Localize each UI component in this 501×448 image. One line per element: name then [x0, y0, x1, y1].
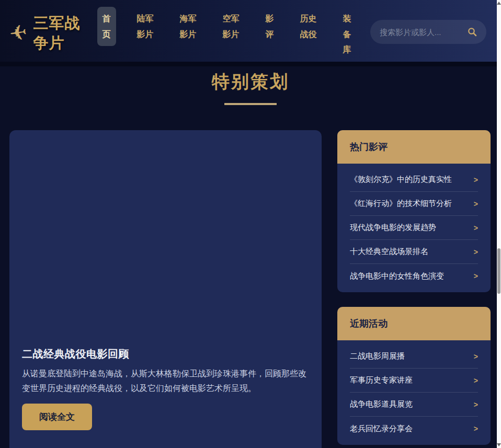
list-item-label: 老兵回忆录分享会	[350, 424, 413, 434]
list-item-label: 《敦刻尔克》中的历史真实性	[350, 175, 452, 185]
nav-item-reviews[interactable]: 影 评	[260, 7, 279, 46]
content-area: 二战经典战役电影回顾 从诺曼底登陆到中途岛海战，从斯大林格勒保卫战到珍珠港事件，…	[0, 105, 501, 448]
recent-events-card: 近期活动 二战电影周展播 > 军事历史专家讲座 > 战争电影道具展览 > 老兵回…	[337, 307, 491, 445]
recent-events-list: 二战电影周展播 > 军事历史专家讲座 > 战争电影道具展览 > 老兵回忆录分享会…	[337, 340, 491, 445]
page-title: 特别策划	[0, 70, 501, 94]
list-item[interactable]: 战争电影道具展览 >	[350, 393, 478, 417]
nav-item-equipment[interactable]: 装 备 库	[338, 7, 357, 62]
hot-reviews-header: 热门影评	[337, 130, 491, 164]
chevron-right-icon: >	[474, 400, 478, 409]
list-item-label: 战争电影道具展览	[350, 399, 413, 409]
list-item[interactable]: 老兵回忆录分享会 >	[350, 417, 478, 441]
chevron-right-icon: >	[474, 376, 478, 385]
scrollbar[interactable]	[497, 0, 501, 448]
list-item-label: 现代战争电影的发展趋势	[350, 223, 436, 233]
feature-card: 二战经典战役电影回顾 从诺曼底登陆到中途岛海战，从斯大林格勒保卫战到珍珠港事件，…	[9, 130, 322, 448]
feature-description: 从诺曼底登陆到中途岛海战，从斯大林格勒保卫战到珍珠港事件，回顾那些改变世界历史进…	[22, 366, 309, 395]
list-item[interactable]: 现代战争电影的发展趋势 >	[350, 216, 478, 240]
scroll-up-icon[interactable]	[497, 2, 501, 5]
list-item[interactable]: 《敦刻尔克》中的历史真实性 >	[350, 168, 478, 192]
list-item[interactable]: 十大经典空战场景排名 >	[350, 240, 478, 264]
list-item-label: 二战电影周展播	[350, 351, 405, 361]
fighter-jet-icon: ✈	[8, 21, 28, 44]
recent-events-header: 近期活动	[337, 307, 491, 340]
nav-item-home[interactable]: 首 页	[97, 7, 116, 46]
navbar: ✈ 三军战 争片 首 页 陆军 影片 海军 影片 空军 影片 影 评 历史 战役…	[0, 0, 501, 62]
nav-item-army[interactable]: 陆军 影片	[132, 7, 159, 46]
list-item[interactable]: 《红海行动》的技术细节分析 >	[350, 192, 478, 216]
main-nav: 首 页 陆军 影片 海军 影片 空军 影片 影 评 历史 战役 装 备 库	[83, 0, 357, 62]
list-item-label: 《红海行动》的技术细节分析	[350, 199, 452, 209]
search-input[interactable]	[380, 28, 468, 37]
search-bar[interactable]	[370, 20, 486, 44]
list-item[interactable]: 战争电影中的女性角色演变 >	[350, 264, 478, 288]
sidebar: 热门影评 《敦刻尔克》中的历史真实性 > 《红海行动》的技术细节分析 > 现代战…	[337, 130, 491, 445]
chevron-right-icon: >	[474, 272, 478, 280]
nav-item-battles[interactable]: 历史 战役	[295, 7, 322, 46]
brand[interactable]: ✈ 三军战 争片	[9, 4, 83, 62]
chevron-right-icon: >	[474, 224, 478, 232]
nav-item-airforce[interactable]: 空军 影片	[218, 7, 245, 46]
hot-reviews-card: 热门影评 《敦刻尔克》中的历史真实性 > 《红海行动》的技术细节分析 > 现代战…	[337, 130, 491, 292]
chevron-right-icon: >	[474, 424, 478, 433]
chevron-right-icon: >	[474, 200, 478, 208]
chevron-right-icon: >	[474, 352, 478, 361]
scrollbar-thumb[interactable]	[497, 248, 500, 294]
list-item-label: 战争电影中的女性角色演变	[350, 271, 444, 281]
list-item[interactable]: 二战电影周展播 >	[350, 344, 478, 369]
feature-title: 二战经典战役电影回顾	[22, 347, 309, 361]
search-icon[interactable]	[468, 27, 477, 37]
list-item[interactable]: 军事历史专家讲座 >	[350, 369, 478, 393]
read-more-button[interactable]: 阅读全文	[22, 404, 92, 430]
scroll-down-icon[interactable]	[497, 443, 501, 446]
brand-title: 三军战 争片	[33, 13, 83, 53]
chevron-right-icon: >	[474, 248, 478, 256]
navbar-shadow	[0, 62, 501, 66]
chevron-right-icon: >	[474, 176, 478, 184]
list-item-label: 军事历史专家讲座	[350, 375, 413, 385]
list-item-label: 十大经典空战场景排名	[350, 247, 428, 257]
nav-item-navy[interactable]: 海军 影片	[175, 7, 202, 46]
hot-reviews-list: 《敦刻尔克》中的历史真实性 > 《红海行动》的技术细节分析 > 现代战争电影的发…	[337, 164, 491, 292]
